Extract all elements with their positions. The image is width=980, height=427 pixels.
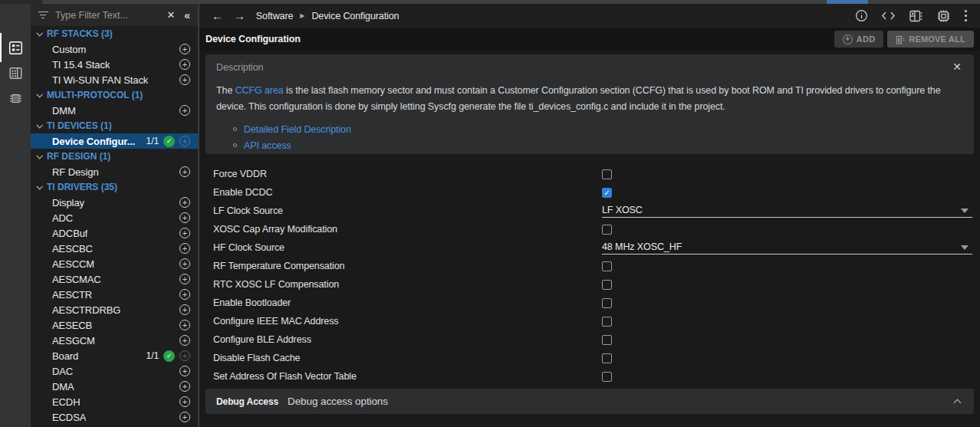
tree-category-rf-stacks-3[interactable]: RF STACKS (3) xyxy=(31,26,198,41)
add-module-icon[interactable]: + xyxy=(179,74,190,85)
code-preview-icon[interactable] xyxy=(881,10,896,21)
kebab-menu-icon[interactable] xyxy=(964,9,968,22)
tree-item-dma[interactable]: DMA+ xyxy=(31,379,198,394)
checkbox-xosc-cap-array-modification[interactable] xyxy=(602,225,612,235)
tree-item-ecdh[interactable]: ECDH+ xyxy=(31,394,198,409)
add-module-icon[interactable]: + xyxy=(179,289,190,300)
module-label: ECDH xyxy=(52,396,80,408)
device-config-icon[interactable] xyxy=(936,9,951,23)
select-hf-clock-source[interactable]: 48 MHz XOSC_HF xyxy=(602,241,972,255)
filter-input[interactable] xyxy=(55,10,159,21)
add-module-icon[interactable]: + xyxy=(179,412,190,422)
forward-icon[interactable]: → xyxy=(234,10,245,21)
device-view-icon[interactable] xyxy=(0,83,31,113)
collapse-sidebar-icon[interactable]: « xyxy=(183,9,192,21)
back-icon[interactable]: ← xyxy=(212,10,223,21)
tree-item-ti-wi-sun-fan-stack[interactable]: TI Wi-SUN FAN Stack+ xyxy=(31,72,198,87)
tree-item-ti-15-4-stack[interactable]: TI 15.4 Stack+ xyxy=(31,57,198,72)
add-module-icon[interactable]: + xyxy=(179,381,190,392)
module-label: DMM xyxy=(52,105,76,117)
checkbox-configure-ble-address[interactable] xyxy=(602,335,612,345)
filter-bar: ✕ « xyxy=(31,4,198,26)
checkbox-enable-dcdc[interactable]: ✓ xyxy=(602,188,612,198)
tree-item-aesgcm[interactable]: AESGCM+ xyxy=(31,333,198,348)
tree-item-dmm[interactable]: DMM+ xyxy=(31,103,198,118)
detailed-field-description-link[interactable]: Detailed Field Description xyxy=(244,124,351,135)
category-label: MULTI-PROTOCOL (1) xyxy=(47,90,143,100)
add-module-icon[interactable]: + xyxy=(179,320,190,330)
field-label: HF Clock Source xyxy=(213,242,602,253)
add-module-icon[interactable]: + xyxy=(179,212,190,223)
module-label: AESCMAC xyxy=(52,274,101,285)
tree-item-rf-design[interactable]: RF Design+ xyxy=(31,164,198,179)
chevron-down-icon xyxy=(36,122,42,128)
tree-item-board[interactable]: Board1/1✓+ xyxy=(31,348,198,363)
tree-category-rf-design-1[interactable]: RF DESIGN (1) xyxy=(31,149,198,164)
category-label: TI DEVICES (1) xyxy=(47,120,112,131)
checkbox-enable-bootloader[interactable] xyxy=(602,298,612,308)
add-module-icon[interactable]: + xyxy=(179,258,190,269)
add-module-icon[interactable]: + xyxy=(179,396,190,407)
add-module-icon[interactable]: + xyxy=(179,197,190,208)
form-row-set-address-of-flash-vector-table: Set Address Of Flash Vector Table xyxy=(199,367,980,386)
checkbox-rf-temperature-compensation[interactable] xyxy=(602,261,612,271)
breadcrumb-software[interactable]: Software xyxy=(256,11,294,21)
add-module-icon[interactable]: + xyxy=(179,243,190,254)
tree-item-ecdsa[interactable]: ECDSA+ xyxy=(31,409,198,425)
debug-access-section-header[interactable]: Debug Access Debug access options xyxy=(206,389,974,414)
ccfg-area-link[interactable]: CCFG area xyxy=(235,85,284,96)
checkbox-set-address-of-flash-vector-table[interactable] xyxy=(602,372,612,382)
add-module-icon[interactable]: + xyxy=(179,274,190,284)
chevron-down-icon xyxy=(36,183,42,189)
add-module-icon[interactable]: + xyxy=(179,166,190,177)
api-access-link[interactable]: API access xyxy=(244,140,291,151)
checkbox-configure-ieee-mac-address[interactable] xyxy=(602,317,612,327)
info-icon[interactable] xyxy=(855,9,868,22)
close-icon[interactable]: ✕ xyxy=(952,61,962,73)
checkbox-disable-flash-cache[interactable] xyxy=(602,353,612,363)
module-label: AESECB xyxy=(52,320,92,331)
tree-category-multi-protocol-1[interactable]: MULTI-PROTOCOL (1) xyxy=(31,87,198,103)
remove-all-button[interactable]: REMOVE ALL xyxy=(887,31,974,48)
field-label: Enable Bootloader xyxy=(213,297,602,308)
collapse-section-icon[interactable] xyxy=(954,399,962,407)
add-button[interactable]: + ADD xyxy=(834,31,883,48)
add-module-icon[interactable]: + xyxy=(179,59,190,70)
tree-item-aesccm[interactable]: AESCCM+ xyxy=(31,256,198,271)
form-row-force-vddr: Force VDDR xyxy=(199,165,980,183)
breadcrumb-device-configuration[interactable]: Device Configuration xyxy=(311,11,399,21)
add-module-icon[interactable]: + xyxy=(179,105,190,116)
module-label: RF Design xyxy=(52,166,99,178)
tree-item-display[interactable]: Display+ xyxy=(31,195,198,210)
tree-item-aescmac[interactable]: AESCMAC+ xyxy=(31,271,198,287)
board-view-icon[interactable] xyxy=(909,9,923,23)
tree-item-aescbc[interactable]: AESCBC+ xyxy=(31,241,198,256)
add-module-icon[interactable]: + xyxy=(179,44,190,54)
tree-item-adcbuf[interactable]: ADCBuf+ xyxy=(31,225,198,241)
add-module-icon[interactable]: + xyxy=(179,228,190,238)
breadcrumb-bar: ← → Software ▶ Device Configuration xyxy=(199,4,980,28)
tree-item-device-configur[interactable]: Device Configur...1/1✓+ xyxy=(31,133,198,149)
select-lf-clock-source[interactable]: LF XOSC xyxy=(602,204,972,218)
tree-item-aesecb[interactable]: AESECB+ xyxy=(31,317,198,333)
tree-item-dac[interactable]: DAC+ xyxy=(31,363,198,379)
clear-filter-icon[interactable]: ✕ xyxy=(166,9,177,21)
add-module-icon[interactable]: + xyxy=(179,366,190,376)
module-label: AESCTRDRBG xyxy=(52,304,120,316)
tree-item-aesctrdrbg[interactable]: AESCTRDRBG+ xyxy=(31,302,198,317)
tree-item-custom[interactable]: Custom+ xyxy=(31,41,198,57)
field-label: Set Address Of Flash Vector Table xyxy=(213,371,602,382)
tree-category-ti-devices-1[interactable]: TI DEVICES (1) xyxy=(31,118,198,133)
module-label: Device Configur... xyxy=(52,136,135,147)
chevron-down-icon xyxy=(36,30,42,36)
checkbox-rtc-xosc-lf-compensation[interactable] xyxy=(602,280,612,290)
tree-item-aesctr[interactable]: AESCTR+ xyxy=(31,287,198,302)
check-icon: ✓ xyxy=(163,350,175,362)
tree-item-adc[interactable]: ADC+ xyxy=(31,210,198,225)
field-label: XOSC Cap Array Modification xyxy=(213,224,602,235)
add-module-icon[interactable]: + xyxy=(179,335,190,346)
checkbox-force-vddr[interactable] xyxy=(602,169,612,179)
add-module-icon[interactable]: + xyxy=(179,304,190,315)
tree-category-ti-drivers-35[interactable]: TI DRIVERS (35) xyxy=(31,179,198,195)
module-label: ADCBuf xyxy=(52,228,87,239)
